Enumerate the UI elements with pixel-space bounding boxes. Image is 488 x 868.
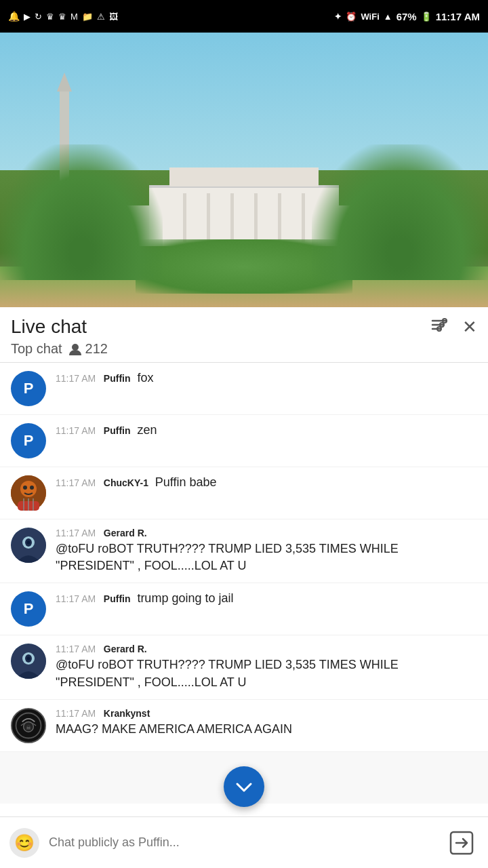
svg-point-9: [23, 486, 27, 490]
emoji-icon: 😊: [14, 833, 35, 852]
message-username: Gerard R.: [104, 528, 147, 538]
message-username: Gerard R.: [104, 644, 147, 654]
time: 11:17 AM: [436, 11, 480, 22]
message-content: 11:17 AM ChucKY-1 Puffin babe: [56, 475, 477, 492]
signal-icon: ▲: [384, 12, 392, 22]
message-time: 11:17 AM: [56, 593, 96, 604]
notification-icon: 🔔: [8, 11, 20, 22]
avatar: P: [11, 371, 46, 406]
avatar: P: [11, 591, 46, 627]
live-chat-title: Live chat: [11, 316, 87, 338]
avatar: ☠: [11, 708, 46, 743]
folder-icon: 📁: [82, 12, 93, 22]
message-time: 11:17 AM: [56, 425, 96, 436]
message-text: MAAG? MAKE AMERICA AMERICA AGAIN: [56, 721, 477, 738]
status-bar: 🔔 ▶ ↻ ♛ ♛ M 📁 ⚠ 🖼 ✦ ⏰ WiFi ▲ 67% 🔋 11:17…: [0, 0, 488, 33]
message-text: zen: [137, 423, 157, 437]
message-content: 11:17 AM Gerard R. @toFU roBOT TRUTH????…: [56, 644, 477, 690]
message-text: @toFU roBOT TRUTH???? TRUMP LIED 3,535 T…: [56, 540, 477, 574]
svg-point-22: [27, 657, 30, 660]
message-content: 11:17 AM Puffin zen: [56, 423, 477, 439]
svg-text:☠: ☠: [26, 724, 31, 731]
emoji-button[interactable]: 😊: [9, 828, 39, 858]
send-button[interactable]: [445, 826, 479, 860]
message-content: 11:17 AM Krankynst MAAG? MAKE AMERICA AM…: [56, 708, 477, 738]
chat-input-bar: 😊: [0, 816, 488, 868]
message-username: Puffin: [104, 373, 131, 384]
message-meta: 11:17 AM Krankynst: [56, 708, 477, 719]
alarm-icon: ⏰: [346, 12, 357, 22]
table-row: ☠ 11:17 AM Krankynst MAAG? MAKE AMERICA …: [0, 700, 488, 752]
message-time: 11:17 AM: [56, 477, 96, 488]
message-content: 11:17 AM Puffin fox: [56, 371, 477, 387]
video-player[interactable]: [0, 33, 488, 307]
status-bar-right: ✦ ⏰ WiFi ▲ 67% 🔋 11:17 AM: [334, 11, 480, 22]
table-row: 11:17 AM Gerard R. @toFU roBOT TRUTH????…: [0, 519, 488, 583]
avatar: [11, 528, 46, 563]
scroll-down-button[interactable]: [224, 766, 264, 807]
image-icon: 🖼: [109, 12, 118, 22]
message-time: 11:17 AM: [56, 644, 96, 654]
message-username: Puffin: [104, 593, 131, 604]
message-content: 11:17 AM Gerard R. @toFU roBOT TRUTH????…: [56, 528, 477, 574]
viewer-number: 212: [85, 341, 108, 357]
message-text: @toFU roBOT TRUTH???? TRUMP LIED 3,535 T…: [56, 656, 477, 690]
wifi-icon: WiFi: [361, 12, 379, 22]
avatar: P: [11, 423, 46, 458]
message-time: 11:17 AM: [56, 528, 96, 538]
message-text: Puffin babe: [155, 475, 217, 489]
message-text: fox: [137, 371, 153, 384]
table-row: 11:17 AM Gerard R. @toFU roBOT TRUTH????…: [0, 635, 488, 699]
message-username: ChucKY-1: [104, 477, 148, 488]
top-chat-label: Top chat: [11, 341, 62, 357]
table-row: P 11:17 AM Puffin fox: [0, 363, 488, 415]
table-row: P 11:17 AM Puffin trump going to jail: [0, 583, 488, 635]
table-row: P 11:17 AM Puffin zen: [0, 415, 488, 467]
viewer-count: 212: [68, 341, 108, 357]
sync-icon: ↻: [35, 12, 42, 22]
avatar: [11, 475, 46, 511]
svg-point-10: [30, 486, 34, 490]
message-username: Krankynst: [104, 708, 150, 719]
table-row: 11:17 AM ChucKY-1 Puffin babe: [0, 467, 488, 519]
message-meta: 11:17 AM Gerard R.: [56, 528, 477, 538]
chat-messages-list: P 11:17 AM Puffin fox P 11:17 AM Puffin …: [0, 363, 488, 804]
bluetooth-icon: ✦: [334, 12, 342, 22]
message-time: 11:17 AM: [56, 373, 96, 384]
avatar: [11, 644, 46, 679]
message-username: Puffin: [104, 425, 131, 436]
header-icons: ✕: [430, 315, 477, 338]
message-content: 11:17 AM Puffin trump going to jail: [56, 591, 477, 608]
message-meta: 11:17 AM Puffin trump going to jail: [56, 591, 477, 606]
status-bar-left: 🔔 ▶ ↻ ♛ ♛ M 📁 ⚠ 🖼: [8, 11, 118, 22]
message-meta: 11:17 AM Puffin zen: [56, 423, 477, 437]
message-time: 11:17 AM: [56, 708, 96, 719]
message-meta: 11:17 AM ChucKY-1 Puffin babe: [56, 475, 477, 490]
youtube-icon: ▶: [24, 12, 30, 22]
svg-point-6: [72, 344, 79, 351]
filter-icon[interactable]: [430, 315, 449, 338]
message-text: trump going to jail: [137, 591, 233, 605]
chat-input[interactable]: [49, 828, 435, 858]
crown-icon: ♛: [46, 12, 54, 22]
live-chat-header: Live chat ✕ Top chat 212: [0, 307, 488, 363]
message-meta: 11:17 AM Gerard R.: [56, 644, 477, 654]
warning-icon: ⚠: [97, 12, 105, 22]
battery-icon: 🔋: [421, 12, 432, 22]
svg-point-18: [27, 541, 30, 545]
crown-icon-2: ♛: [58, 12, 66, 22]
message-meta: 11:17 AM Puffin fox: [56, 371, 477, 385]
battery-level: 67%: [396, 11, 417, 22]
close-icon[interactable]: ✕: [462, 317, 477, 338]
m-icon: M: [70, 12, 78, 22]
